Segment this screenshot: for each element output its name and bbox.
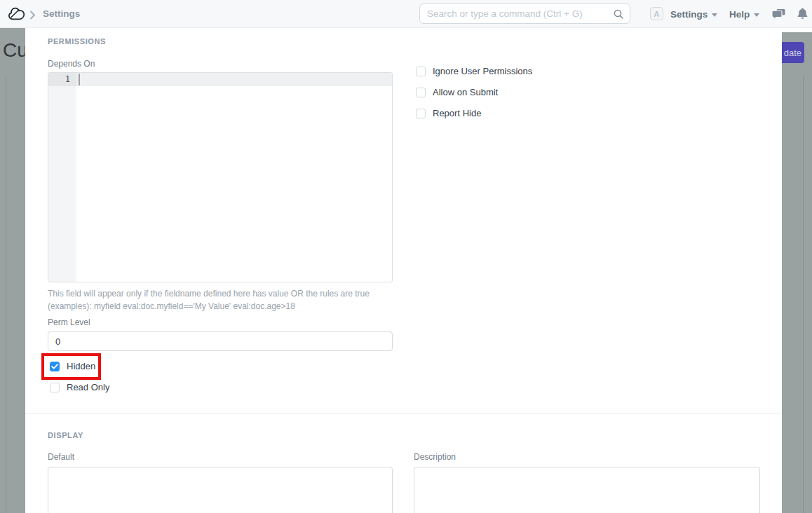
display-section-title: DISPLAY (48, 431, 83, 439)
bell-icon[interactable] (797, 8, 808, 22)
global-search (419, 4, 630, 24)
chat-icon[interactable] (772, 9, 785, 22)
read-only-checkbox-row[interactable]: Read Only (50, 382, 109, 392)
update-button-label: date (784, 48, 801, 58)
editor-line-number: 1 (48, 73, 76, 86)
avatar-letter: A (654, 10, 659, 18)
description-textarea[interactable] (414, 467, 760, 513)
hidden-checkbox-row[interactable]: Hidden (50, 361, 95, 371)
grid-border-right (803, 76, 804, 513)
editor-active-line (76, 73, 392, 86)
editor-gutter (48, 73, 76, 282)
ignore-user-permissions-checkbox-row[interactable]: Ignore User Permissions (416, 66, 532, 76)
description-label: Description (414, 452, 456, 462)
grid-border-left (6, 76, 6, 513)
allow-on-submit-checkbox[interactable] (416, 88, 426, 97)
navbar-help-menu[interactable]: Help (729, 0, 759, 28)
ignore-user-permissions-checkbox[interactable] (416, 67, 426, 76)
permissions-section-title: PERMISSIONS (48, 37, 106, 46)
report-hide-label: Report Hide (433, 108, 481, 118)
breadcrumb-chevron-icon (29, 10, 36, 22)
navbar-help-label: Help (729, 9, 750, 20)
default-label: Default (48, 452, 74, 462)
chevron-down-icon (754, 13, 759, 17)
perm-level-label: Perm Level (48, 317, 90, 327)
hidden-checkbox[interactable] (50, 362, 60, 371)
depends-on-help-text: This field will appear only if the field… (48, 287, 400, 313)
page-title: Cu (3, 39, 28, 62)
allow-on-submit-checkbox-row[interactable]: Allow on Submit (416, 87, 498, 97)
hidden-label: Hidden (67, 361, 95, 371)
read-only-checkbox[interactable] (50, 383, 60, 392)
allow-on-submit-label: Allow on Submit (433, 87, 498, 97)
checkmark-icon (51, 364, 58, 369)
breadcrumb[interactable]: Settings (43, 8, 80, 19)
section-divider (25, 413, 782, 413)
search-icon[interactable] (613, 8, 624, 22)
default-textarea[interactable] (48, 467, 393, 513)
app-logo-icon[interactable] (8, 6, 26, 25)
ignore-user-permissions-label: Ignore User Permissions (433, 66, 532, 76)
navbar-settings-menu[interactable]: Settings (670, 0, 717, 28)
depends-on-code-editor[interactable]: 1 (48, 72, 393, 282)
field-editor-panel: PERMISSIONS Depends On 1 This field will… (25, 28, 782, 513)
avatar[interactable]: A (650, 7, 663, 20)
page-head-band (782, 28, 812, 32)
perm-level-input[interactable] (48, 331, 393, 351)
depends-on-label: Depends On (48, 59, 95, 69)
navbar: Settings A Settings Help (0, 0, 812, 28)
report-hide-checkbox-row[interactable]: Report Hide (416, 108, 481, 118)
navbar-settings-label: Settings (670, 9, 708, 20)
editor-cursor (79, 74, 80, 86)
search-input[interactable] (427, 4, 609, 23)
read-only-label: Read Only (67, 382, 109, 392)
report-hide-checkbox[interactable] (416, 109, 426, 118)
chevron-down-icon (712, 13, 717, 17)
